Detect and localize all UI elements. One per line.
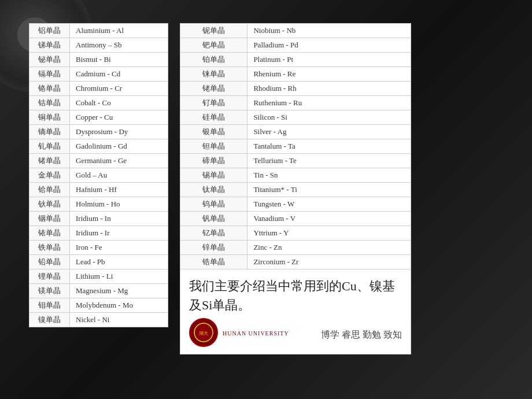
chinese-name: 钛单晶	[180, 183, 247, 197]
chinese-name: 铁单晶	[29, 241, 70, 255]
english-name: Gadolinium - Gd	[70, 139, 168, 154]
table-row: 铅单晶Lead - Pb	[29, 255, 168, 269]
table-row: 钌单晶Ruthenium - Ru	[180, 96, 411, 110]
english-name: Zinc - Zn	[247, 241, 411, 255]
english-name: Rhodium - Rh	[247, 82, 411, 96]
table-row: 镁单晶Magnesium - Mg	[29, 284, 168, 298]
university-name: HUNAN UNIVERSITY	[223, 330, 289, 337]
chinese-name: 钆单晶	[29, 139, 70, 154]
table-row: 铁单晶Iron - Fe	[29, 241, 168, 255]
chinese-name: 金单晶	[29, 168, 70, 183]
english-name: Silver - Ag	[247, 125, 411, 139]
chinese-name: 锌单晶	[180, 241, 247, 255]
table-row: 铌单晶Niobium - Nb	[180, 24, 411, 38]
english-name: Copper - Cu	[70, 110, 168, 125]
english-name: Nickel - Ni	[70, 313, 168, 327]
table-row: 铪单晶Hafnium - Hf	[29, 183, 168, 197]
left-elements-table: 铝单晶Aluminium - Al锑单晶Antimony – Sb铋单晶Bism…	[29, 23, 168, 327]
tables-container: 铝单晶Aluminium - Al锑单晶Antimony – Sb铋单晶Bism…	[29, 23, 523, 354]
english-name: Palladium - Pd	[247, 38, 411, 53]
table-row: 金单晶Gold – Au	[29, 168, 168, 183]
english-name: Rhenium - Re	[247, 67, 411, 82]
english-name: Iron - Fe	[70, 241, 168, 255]
table-row: 铬单晶Chromium - Cr	[29, 82, 168, 96]
chinese-name: 银单晶	[180, 125, 247, 139]
table-row: 锌单晶Zinc - Zn	[180, 241, 411, 255]
english-name: Germanium - Ge	[70, 154, 168, 168]
english-name: Titanium* - Ti	[247, 183, 411, 197]
chinese-name: 镝单晶	[29, 125, 70, 139]
chinese-name: 锆单晶	[180, 255, 247, 269]
chinese-name: 锗单晶	[29, 154, 70, 168]
table-row: 铋单晶Bismut - Bi	[29, 53, 168, 67]
table-row: 镉单晶Cadmium - Cd	[29, 67, 168, 82]
table-row: 铱单晶Iridium - Ir	[29, 226, 168, 241]
table-row: 钽单晶Tantalum - Ta	[180, 139, 411, 154]
english-name: Silicon - Si	[247, 110, 411, 125]
table-row: 锗单晶Germanium - Ge	[29, 154, 168, 168]
english-name: Holmium - Ho	[70, 197, 168, 212]
table-row: 碲单晶Tellurium - Te	[180, 154, 411, 168]
english-name: Cadmium - Cd	[70, 67, 168, 82]
chinese-name: 钒单晶	[180, 212, 247, 226]
english-name: Ruthenium - Ru	[247, 96, 411, 110]
chinese-name: 镉单晶	[29, 67, 70, 82]
english-name: Antimony – Sb	[70, 38, 168, 53]
chinese-name: 铪单晶	[29, 183, 70, 197]
english-name: Iridium - Ir	[70, 226, 168, 241]
chinese-name: 钽单晶	[180, 139, 247, 154]
svg-text:湖大: 湖大	[199, 331, 208, 336]
table-row: 钴单晶Cobalt - Co	[29, 96, 168, 110]
chinese-name: 钇单晶	[180, 226, 247, 241]
table-row: 硅单晶Silicon - Si	[180, 110, 411, 125]
university-logo: 湖大	[189, 318, 218, 347]
chinese-name: 碲单晶	[180, 154, 247, 168]
chinese-name: 钬单晶	[29, 197, 70, 212]
english-name: Tantalum - Ta	[247, 139, 411, 154]
chinese-name: 铟单晶	[29, 212, 70, 226]
english-name: Gold – Au	[70, 168, 168, 183]
english-name: Lead - Pb	[70, 255, 168, 269]
english-name: Iridium - In	[70, 212, 168, 226]
table-row: 铟单晶Iridium - In	[29, 212, 168, 226]
chinese-name: 锡单晶	[180, 168, 247, 183]
english-name: Niobium - Nb	[247, 24, 411, 38]
chinese-name: 铼单晶	[180, 67, 247, 82]
chinese-name: 硅单晶	[180, 110, 247, 125]
table-row: 钆单晶Gadolinium - Gd	[29, 139, 168, 154]
chinese-name: 镁单晶	[29, 284, 70, 298]
english-name: Dysprosium - Dy	[70, 125, 168, 139]
chinese-name: 铱单晶	[29, 226, 70, 241]
intro-text: 我们主要介绍当中常用到的Cu、镍基及Si单晶。	[189, 276, 402, 315]
english-name: Tungsten - W	[247, 197, 411, 212]
table-row: 铑单晶Rhodium - Rh	[180, 82, 411, 96]
table-row: 锆单晶Zirconium - Zr	[180, 255, 411, 269]
chinese-name: 钯单晶	[180, 38, 247, 53]
table-row: 钬单晶Holmium - Ho	[29, 197, 168, 212]
chinese-name: 铬单晶	[29, 82, 70, 96]
table-row: 钯单晶Palladium - Pd	[180, 38, 411, 53]
table-row: 锑单晶Antimony – Sb	[29, 38, 168, 53]
english-name: Tellurium - Te	[247, 154, 411, 168]
table-row: 铼单晶Rhenium - Re	[180, 67, 411, 82]
chinese-name: 铑单晶	[180, 82, 247, 96]
chinese-name: 铝单晶	[29, 24, 70, 38]
table-row: 铂单晶Platinum - Pt	[180, 53, 411, 67]
english-name: Cobalt - Co	[70, 96, 168, 110]
table-row: 钼单晶Molybdenum - Mo	[29, 298, 168, 313]
chinese-name: 铅单晶	[29, 255, 70, 269]
english-name: Yttrium - Y	[247, 226, 411, 241]
chinese-name: 锂单晶	[29, 269, 70, 284]
table-row: 钨单晶Tungsten - W	[180, 197, 411, 212]
chinese-name: 钨单晶	[180, 197, 247, 212]
right-elements-table: 铌单晶Niobium - Nb钯单晶Palladium - Pd铂单晶Plati…	[180, 23, 411, 269]
table-row: 银单晶Silver - Ag	[180, 125, 411, 139]
table-row: 锡单晶Tin - Sn	[180, 168, 411, 183]
table-row: 铜单晶Copper - Cu	[29, 110, 168, 125]
english-name: Bismut - Bi	[70, 53, 168, 67]
table-row: 镝单晶Dysprosium - Dy	[29, 125, 168, 139]
english-name: Lithium - Li	[70, 269, 168, 284]
english-name: Magnesium - Mg	[70, 284, 168, 298]
chinese-name: 镍单晶	[29, 313, 70, 327]
main-content: 铝单晶Aluminium - Al锑单晶Antimony – Sb铋单晶Bism…	[29, 23, 523, 393]
